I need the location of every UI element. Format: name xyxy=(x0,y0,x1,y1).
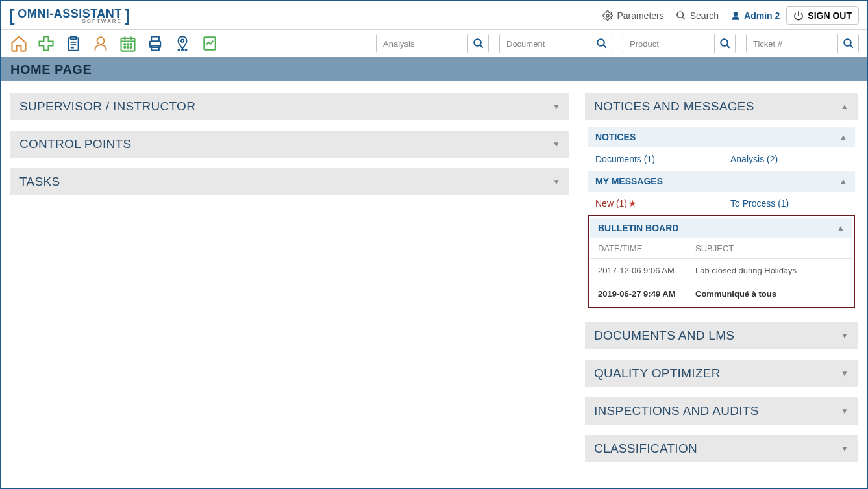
product-search xyxy=(623,34,736,53)
notices-subheader[interactable]: NOTICES ▲ xyxy=(588,127,855,147)
toolbar xyxy=(1,30,867,58)
svg-point-26 xyxy=(182,49,183,51)
control-points-header[interactable]: CONTROL POINTS ▼ xyxy=(10,131,569,158)
svg-point-15 xyxy=(124,44,125,45)
home-icon[interactable] xyxy=(9,34,29,53)
page-title: HOME PAGE xyxy=(1,58,867,81)
person-icon[interactable] xyxy=(91,34,110,53)
svg-point-16 xyxy=(127,44,129,45)
caret-down-icon: ▼ xyxy=(552,177,560,186)
bulletin-board-highlight: BULLETIN BOARD ▲ DATE/TIME SUBJECT 2017-… xyxy=(588,215,855,308)
bulletin-board-subheader[interactable]: BULLETIN BOARD ▲ xyxy=(590,218,852,238)
search-icon xyxy=(473,38,484,49)
classification-panel: CLASSIFICATION ▼ xyxy=(585,435,858,462)
svg-point-18 xyxy=(124,47,125,48)
sign-out-button[interactable]: SIGN OUT xyxy=(786,6,859,25)
caret-up-icon: ▲ xyxy=(839,132,847,142)
quality-optimizer-header[interactable]: QUALITY OPTIMIZER ▼ xyxy=(585,360,858,387)
ticket-input[interactable] xyxy=(747,34,837,53)
caret-up-icon: ▲ xyxy=(837,223,845,232)
caret-down-icon: ▼ xyxy=(841,331,849,340)
product-search-button[interactable] xyxy=(714,34,735,53)
ticket-search xyxy=(746,34,859,53)
analysis-search xyxy=(376,34,489,53)
caret-down-icon: ▼ xyxy=(841,369,849,378)
svg-line-34 xyxy=(726,45,730,48)
search-icon xyxy=(676,10,686,21)
caret-down-icon: ▼ xyxy=(552,102,560,111)
app-logo[interactable]: [ OMNI-ASSISTANT SOFTWARE ] xyxy=(9,7,130,24)
top-search-link[interactable]: Search xyxy=(676,10,719,21)
document-input[interactable] xyxy=(500,34,591,53)
svg-line-2 xyxy=(682,17,685,19)
caret-down-icon: ▼ xyxy=(841,407,849,416)
power-icon xyxy=(793,10,804,21)
clipboard-icon[interactable] xyxy=(64,34,83,53)
caret-up-icon: ▲ xyxy=(841,102,849,111)
svg-point-17 xyxy=(130,44,132,45)
classification-header[interactable]: CLASSIFICATION ▼ xyxy=(585,435,858,462)
analysis-search-button[interactable] xyxy=(467,34,488,53)
supervisor-header[interactable]: SUPERVISOR / INSTRUCTOR ▼ xyxy=(10,93,569,120)
svg-point-29 xyxy=(474,39,481,46)
topbar: [ OMNI-ASSISTANT SOFTWARE ] Parameters S… xyxy=(1,1,867,30)
gear-icon xyxy=(602,10,613,21)
svg-line-30 xyxy=(480,45,483,48)
svg-point-33 xyxy=(721,39,728,46)
svg-point-1 xyxy=(677,12,683,18)
user-icon xyxy=(730,10,741,21)
svg-line-32 xyxy=(603,45,606,48)
bulletin-row[interactable]: 2019-06-27 9:49 AM Communiqué à tous xyxy=(590,282,852,305)
parameters-link[interactable]: Parameters xyxy=(602,10,663,21)
svg-point-0 xyxy=(606,14,609,17)
documents-lms-panel: DOCUMENTS AND LMS ▼ xyxy=(585,322,858,349)
svg-point-25 xyxy=(179,49,180,51)
svg-point-3 xyxy=(734,12,738,16)
document-search xyxy=(499,34,612,53)
inspections-header[interactable]: INSPECTIONS AND AUDITS ▼ xyxy=(585,397,858,425)
caret-down-icon: ▼ xyxy=(552,140,560,149)
calendar-icon[interactable] xyxy=(118,34,138,53)
bulletin-table-header: DATE/TIME SUBJECT xyxy=(590,238,852,259)
notices-documents-link[interactable]: Documents (1) xyxy=(595,154,655,164)
product-input[interactable] xyxy=(623,34,714,53)
search-icon xyxy=(596,38,608,49)
current-user[interactable]: Admin 2 xyxy=(730,10,780,21)
printer-icon[interactable] xyxy=(145,34,165,53)
tasks-panel: TASKS ▼ xyxy=(10,168,569,195)
caret-up-icon: ▲ xyxy=(839,177,847,186)
tasks-header[interactable]: TASKS ▼ xyxy=(10,168,569,195)
svg-point-31 xyxy=(597,39,604,46)
svg-point-24 xyxy=(181,40,184,42)
analysis-input[interactable] xyxy=(377,34,467,53)
svg-point-27 xyxy=(185,49,186,51)
quality-optimizer-panel: QUALITY OPTIMIZER ▼ xyxy=(585,360,858,387)
my-messages-subheader[interactable]: MY MESSAGES ▲ xyxy=(588,171,855,192)
star-icon: ★ xyxy=(628,198,637,208)
notices-header[interactable]: NOTICES AND MESSAGES ▲ xyxy=(585,93,858,120)
bulletin-row[interactable]: 2017-12-06 9:06 AM Lab closed during Hol… xyxy=(590,259,852,282)
document-search-button[interactable] xyxy=(591,34,612,53)
svg-line-36 xyxy=(850,45,853,48)
svg-point-19 xyxy=(127,47,129,48)
report-icon[interactable] xyxy=(200,34,219,53)
caret-down-icon: ▼ xyxy=(841,444,849,453)
messages-new-link[interactable]: New (1) ★ xyxy=(595,198,637,208)
control-points-panel: CONTROL POINTS ▼ xyxy=(10,131,569,158)
plus-icon[interactable] xyxy=(36,34,56,53)
notices-panel: NOTICES AND MESSAGES ▲ NOTICES ▲ Documen… xyxy=(585,93,858,312)
svg-point-35 xyxy=(844,39,851,46)
search-icon xyxy=(843,38,854,49)
supervisor-panel: SUPERVISOR / INSTRUCTOR ▼ xyxy=(10,93,569,120)
documents-lms-header[interactable]: DOCUMENTS AND LMS ▼ xyxy=(585,322,858,349)
svg-rect-23 xyxy=(151,46,159,51)
messages-process-link[interactable]: To Process (1) xyxy=(730,198,847,208)
search-icon xyxy=(719,38,731,49)
inspections-panel: INSPECTIONS AND AUDITS ▼ xyxy=(585,397,858,425)
notices-analysis-link[interactable]: Analysis (2) xyxy=(730,154,847,164)
ticket-search-button[interactable] xyxy=(837,34,858,53)
svg-point-20 xyxy=(130,47,132,48)
location-icon[interactable] xyxy=(173,34,192,53)
svg-rect-22 xyxy=(151,37,159,42)
svg-point-10 xyxy=(97,37,105,44)
